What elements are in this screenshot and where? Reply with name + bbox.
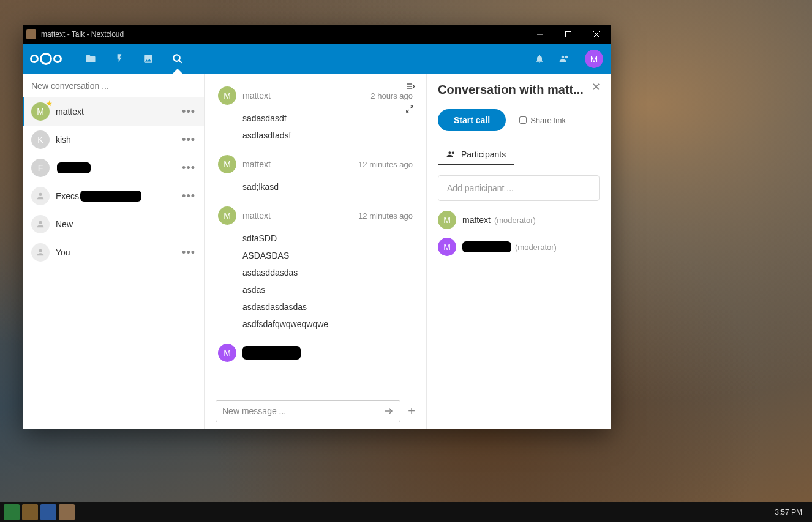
svg-point-7 <box>39 221 42 224</box>
svg-point-4 <box>173 55 180 61</box>
avatar: M <box>218 86 236 105</box>
tab-participants[interactable]: Participants <box>438 145 514 165</box>
fullscreen-icon[interactable] <box>405 105 415 116</box>
message-author: mattext <box>242 91 271 100</box>
svg-point-6 <box>39 193 42 196</box>
avatar: M★ <box>31 102 50 121</box>
avatar: M <box>438 238 456 256</box>
conversation-item[interactable]: You••• <box>23 238 204 267</box>
conversation-item[interactable]: M★mattext••• <box>23 97 204 126</box>
message-block: Mmattext12 minutes agosad;lkasd <box>218 155 413 195</box>
participant-role: (moderator) <box>515 243 557 252</box>
participant-item[interactable]: M(moderator) <box>438 238 600 256</box>
window-title: mattext - Talk - Nextcloud <box>41 30 124 39</box>
start-call-button[interactable]: Start call <box>438 109 506 131</box>
participant-name: mattext <box>462 215 491 225</box>
message-time: 12 minutes ago <box>358 211 413 221</box>
message-input[interactable]: New message ... <box>216 400 400 422</box>
message-text: asdfsdafqwqweqwqwe <box>242 316 413 333</box>
taskbar-word-icon[interactable] <box>40 504 56 520</box>
message-text: sdfaSDD <box>242 230 413 247</box>
maximize-button[interactable] <box>554 25 582 44</box>
activity-icon[interactable] <box>115 53 124 64</box>
conversation-name: kish <box>56 135 71 145</box>
favorite-star-icon: ★ <box>46 99 53 108</box>
taskbar-app-2[interactable] <box>22 504 38 520</box>
more-options-icon[interactable]: ••• <box>182 134 195 146</box>
participants-icon <box>446 149 456 159</box>
app-icon <box>26 29 36 39</box>
taskbar[interactable]: 3:57 PM <box>0 502 812 522</box>
message-text: asdasddasdas <box>242 264 413 281</box>
conversation-name: New <box>56 219 73 229</box>
new-conversation-input[interactable] <box>31 81 195 91</box>
conversation-item[interactable]: Execs••• <box>23 182 204 210</box>
message-author: mattext <box>242 211 271 221</box>
more-options-icon[interactable]: ••• <box>182 246 195 259</box>
message-text: asdas <box>242 281 413 298</box>
user-avatar[interactable]: M <box>585 50 603 68</box>
svg-point-8 <box>39 249 42 252</box>
gallery-icon[interactable] <box>143 53 154 64</box>
avatar: F <box>31 159 50 177</box>
send-icon[interactable] <box>383 406 394 417</box>
redacted-text <box>57 162 91 173</box>
notifications-icon[interactable] <box>535 54 544 64</box>
share-link-checkbox[interactable]: Share link <box>519 116 566 125</box>
close-panel-icon[interactable]: ✕ <box>592 80 601 94</box>
avatar <box>31 243 50 262</box>
conversation-name: Execs <box>56 191 79 201</box>
message-time: 12 minutes ago <box>358 160 413 169</box>
menu-toggle-icon[interactable] <box>405 81 415 94</box>
add-participant-input[interactable]: Add participant ... <box>438 175 600 201</box>
avatar <box>31 215 50 233</box>
message-text: asdfasdfadsf <box>242 127 413 144</box>
redacted-text <box>80 191 141 202</box>
participant-list: Mmattext(moderator)M(moderator) <box>438 211 600 256</box>
message-text: asdasdasdasdas <box>242 298 413 316</box>
svg-rect-1 <box>566 32 571 37</box>
conversation-item[interactable]: New <box>23 210 204 238</box>
app-header: M <box>23 44 611 74</box>
conversation-list: M★mattext•••Kkish•••F•••Execs•••NewYou••… <box>23 97 204 429</box>
avatar: M <box>218 206 236 225</box>
add-attachment-icon[interactable]: + <box>408 404 415 418</box>
message-list: Mmattext2 hours agosadasdasdfasdfasdfads… <box>205 74 426 393</box>
more-options-icon[interactable]: ••• <box>182 162 195 175</box>
avatar: M <box>218 344 236 362</box>
participant-role: (moderator) <box>494 216 536 225</box>
minimize-button[interactable] <box>526 25 554 44</box>
chat-panel: Mmattext2 hours agosadasdasdfasdfasdfads… <box>205 74 427 429</box>
avatar: M <box>218 155 236 173</box>
svg-line-5 <box>179 60 182 63</box>
taskbar-nextcloud-icon[interactable] <box>59 504 75 520</box>
avatar: K <box>31 130 50 149</box>
nextcloud-logo[interactable] <box>30 53 62 65</box>
more-options-icon[interactable]: ••• <box>182 105 195 118</box>
search-icon[interactable] <box>172 53 183 64</box>
message-placeholder: New message ... <box>222 406 286 416</box>
conversation-item[interactable]: Kkish••• <box>23 126 204 154</box>
contacts-icon[interactable] <box>559 53 570 64</box>
message-text: sadasdasdf <box>242 110 413 127</box>
titlebar[interactable]: mattext - Talk - Nextcloud <box>23 25 611 44</box>
message-author: mattext <box>242 159 271 169</box>
avatar: M <box>438 211 456 229</box>
message-text: ASDASDAS <box>242 247 413 264</box>
taskbar-app-1[interactable] <box>4 504 20 520</box>
conversation-item[interactable]: F••• <box>23 154 204 182</box>
redacted-text <box>462 241 511 252</box>
message-text: sad;lkasd <box>242 178 413 195</box>
close-button[interactable] <box>582 25 611 44</box>
taskbar-clock[interactable]: 3:57 PM <box>775 508 808 516</box>
svg-line-12 <box>410 106 413 108</box>
participant-item[interactable]: Mmattext(moderator) <box>438 211 600 229</box>
more-options-icon[interactable]: ••• <box>182 190 195 203</box>
conversation-name: You <box>56 248 70 257</box>
files-icon[interactable] <box>85 53 96 64</box>
conversation-name: mattext <box>56 107 84 116</box>
compose-row: New message ... + <box>205 393 426 429</box>
message-block: Mmattext12 minutes agosdfaSDDASDASDASasd… <box>218 206 413 333</box>
content: M★mattext•••Kkish•••F•••Execs•••NewYou••… <box>23 74 611 429</box>
message-block: Mmattext2 hours agosadasdasdfasdfasdfads… <box>218 86 413 144</box>
